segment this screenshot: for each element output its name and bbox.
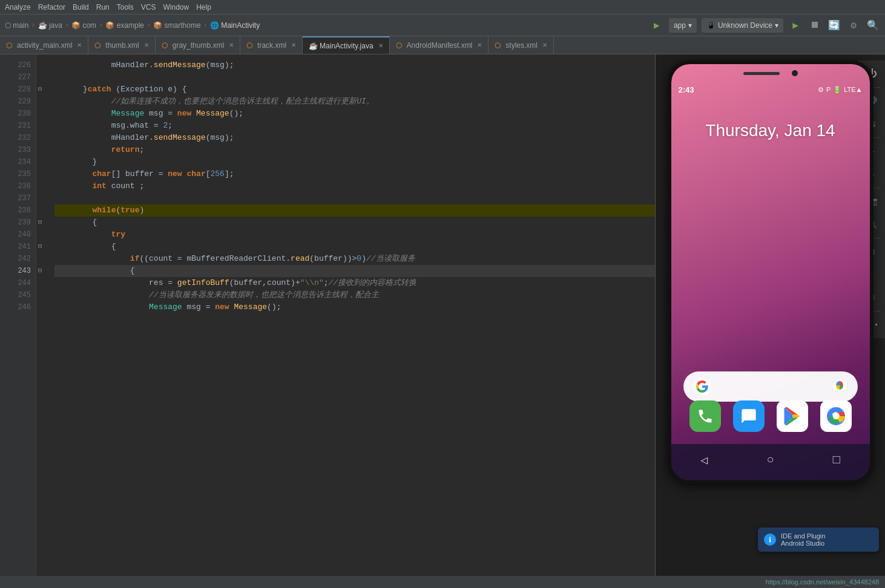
xml-icon: ⬡: [246, 41, 255, 50]
home-nav-button[interactable]: ○: [766, 453, 774, 467]
code-editor[interactable]: 226 227 228 229 230 231 232 233 234 235 …: [0, 54, 655, 576]
stop-button[interactable]: ⏹: [808, 18, 822, 33]
recent-nav-button[interactable]: □: [833, 453, 840, 467]
breadcrumb-main: ⬡ main: [5, 21, 28, 30]
code-line-236: int count ;: [54, 180, 655, 192]
notification-icon: ℹ: [764, 534, 776, 546]
phone-speaker: [743, 72, 780, 75]
tab-label: styles.xml: [505, 41, 538, 50]
phone-status-bar: 2:43 ⚙ P 🔋 LTE▲: [671, 82, 870, 97]
breadcrumb-example: 📦 example: [105, 21, 144, 30]
sync-button[interactable]: 🔄: [827, 18, 841, 33]
phone-time: 2:43: [679, 85, 694, 94]
code-line-241: {: [54, 241, 655, 253]
menu-build[interactable]: Build: [73, 3, 89, 11]
line-numbers: 226 227 228 229 230 231 232 233 234 235 …: [0, 54, 36, 576]
tab-thumb-xml[interactable]: ⬡ thumb.xml ✕: [88, 36, 155, 54]
tab-label: MainActivity.java: [320, 42, 373, 50]
device-selector[interactable]: 📱 Unknown Device ▾: [702, 18, 783, 33]
line-228: 228: [0, 83, 36, 96]
line-241: 241: [0, 241, 36, 253]
close-icon[interactable]: ✕: [144, 42, 149, 48]
device-icon: 📱: [706, 21, 716, 30]
menu-analyze[interactable]: Analyze: [5, 3, 31, 11]
phone-nav-bar: ◁ ○ □: [671, 444, 870, 480]
line-237: 237: [0, 192, 36, 204]
run-config-chevron: ▾: [688, 21, 692, 30]
run-config-label: app: [674, 21, 686, 30]
search-button[interactable]: 🔍: [866, 18, 880, 33]
chrome-app-icon[interactable]: [820, 400, 852, 432]
tab-styles-xml[interactable]: ⬡ styles.xml ✕: [489, 36, 554, 54]
line-230: 230: [0, 108, 36, 120]
line-227: 227: [0, 71, 36, 83]
menu-window[interactable]: Window: [163, 3, 189, 11]
line-232: 232: [0, 132, 36, 144]
xml-icon: ⬡: [6, 41, 15, 50]
code-line-233: return;: [54, 144, 655, 156]
line-239: 239: [0, 217, 36, 229]
device-chevron: ▾: [775, 21, 778, 30]
close-icon[interactable]: ✕: [77, 42, 82, 48]
tab-activity-main-xml[interactable]: ⬡ activity_main.xml ✕: [0, 36, 88, 54]
toolbar: ⬡ main › ☕ java › 📦 com › 📦 example › 📦 …: [0, 15, 885, 36]
svg-point-3: [832, 413, 839, 420]
line-243: 243: [0, 265, 36, 277]
phone-screen[interactable]: 2:43 ⚙ P 🔋 LTE▲ Thursday, Jan 14: [671, 64, 870, 480]
fold-icon[interactable]: ⊟: [36, 86, 44, 93]
tab-androidmanifest-xml[interactable]: ⬡ AndroidManifest.xml ✕: [390, 36, 489, 54]
menu-help[interactable]: Help: [196, 3, 211, 11]
emulator-panel: ⏻ 🔊 🔉 ◇ ◈ 📷 🔍 ◁ ○ □ •••: [655, 54, 885, 576]
tab-label: track.xml: [257, 41, 286, 50]
close-icon[interactable]: ✕: [542, 42, 547, 48]
fold-icon-4[interactable]: ⊟: [36, 267, 44, 275]
phone-date: Thursday, Jan 14: [671, 121, 870, 140]
run-button[interactable]: ▶: [650, 18, 664, 33]
code-line-240: try: [54, 229, 655, 241]
settings-button[interactable]: ⚙: [846, 18, 861, 33]
menu-tools[interactable]: Tools: [117, 3, 134, 11]
toolbar-breadcrumb: ⬡ main › ☕ java › 📦 com › 📦 example › 📦 …: [5, 21, 646, 30]
code-line-230: Message msg = new Message();: [54, 108, 655, 120]
run-app-button[interactable]: ▶: [788, 18, 803, 33]
code-content[interactable]: mHandler.sendMessage(msg); }catch (Excep…: [47, 54, 655, 576]
close-icon[interactable]: ✕: [229, 42, 234, 48]
tab-label: activity_main.xml: [17, 41, 72, 50]
run-config-selector[interactable]: app ▾: [669, 18, 697, 33]
xml-icon: ⬡: [94, 41, 103, 50]
code-line-244: res = getInfoBuff(buffer,count)+"\\n";//…: [54, 277, 655, 289]
menu-run[interactable]: Run: [96, 3, 110, 11]
breadcrumb-mainactivity: 🌐 MainActivity: [210, 21, 260, 30]
back-nav-button[interactable]: ◁: [700, 452, 708, 468]
breadcrumb-com: 📦 com: [71, 21, 96, 30]
code-line-242: if((count = mBufferedReaderClient.read(b…: [54, 253, 655, 265]
code-line-246: Message msg = new Message();: [54, 301, 655, 313]
phone-notch-area: [671, 64, 870, 82]
close-icon[interactable]: ✕: [477, 42, 482, 48]
phone-app-icon[interactable]: [689, 400, 721, 432]
menu-bar: Analyze Refactor Build Run Tools VCS Win…: [0, 0, 885, 15]
settings-status-icon: ⚙: [818, 86, 824, 94]
messages-app-icon[interactable]: [733, 400, 765, 432]
line-229: 229: [0, 96, 36, 108]
device-name: Unknown Device: [718, 21, 772, 30]
play-store-app-icon[interactable]: [777, 400, 808, 432]
line-236: 236: [0, 180, 36, 192]
fold-icon-2[interactable]: ⊟: [36, 219, 44, 226]
breadcrumb-smarthome: 📦 smarthome: [153, 21, 200, 30]
close-icon[interactable]: ✕: [291, 42, 296, 48]
code-line-229: //如果连接不成功，也要把这个消息告诉主线程，配合主线程进行更新UI。: [54, 96, 655, 108]
notification-subtitle: Android Studio: [781, 540, 825, 547]
close-icon[interactable]: ✕: [378, 42, 383, 49]
line-238: 238: [0, 204, 36, 217]
fold-icon-3[interactable]: ⊟: [36, 243, 44, 250]
code-line-239: {: [54, 217, 655, 229]
notification-title: IDE and Plugin: [781, 532, 825, 540]
menu-refactor[interactable]: Refactor: [38, 3, 65, 11]
p-icon: P: [826, 86, 831, 93]
tab-mainactivity-java[interactable]: ☕ MainActivity.java ✕: [303, 36, 389, 54]
tab-track-xml[interactable]: ⬡ track.xml ✕: [240, 36, 303, 54]
menu-vcs[interactable]: VCS: [141, 3, 156, 11]
tab-gray-thumb-xml[interactable]: ⬡ gray_thumb.xml ✕: [156, 36, 240, 54]
phone-google-search[interactable]: [683, 371, 858, 402]
